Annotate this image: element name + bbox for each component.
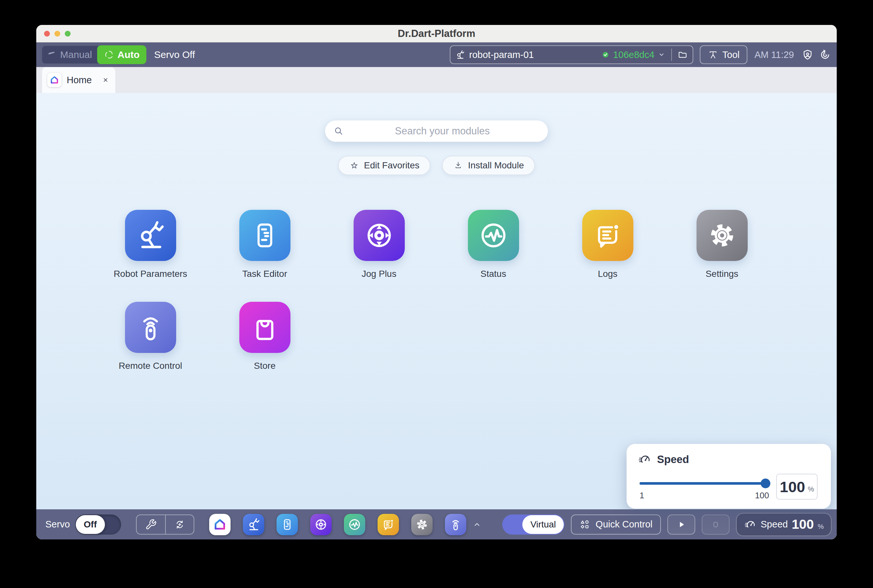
speed-value-box[interactable]: 100 % [776, 474, 818, 500]
speed-slider-handle[interactable] [760, 478, 770, 488]
speed-slider[interactable] [639, 478, 769, 489]
module-robot-parameters[interactable]: Robot Parameters [93, 210, 208, 279]
window-title: Dr.Dart-Platform [398, 28, 475, 39]
task-document-icon [280, 517, 295, 532]
remote-icon [448, 517, 463, 532]
minimize-window-button[interactable] [54, 31, 60, 37]
servo-toggle-knob[interactable]: Off [76, 515, 105, 534]
workcell-setup-button[interactable] [136, 515, 165, 534]
tool-button-label: Tool [722, 50, 740, 60]
edit-favorites-button[interactable]: Edit Favorites [338, 156, 430, 175]
robot-selector[interactable]: robot-param-01 106e8dc4 [450, 45, 693, 64]
mode-auto-button[interactable]: Auto [97, 45, 146, 64]
tab-home[interactable]: Home [42, 67, 115, 93]
module-status[interactable]: Status [436, 210, 550, 279]
module-search-bar [325, 120, 548, 142]
play-button[interactable] [668, 514, 695, 535]
refresh-plus-icon [174, 519, 186, 530]
module-label: Store [254, 361, 276, 371]
module-label: Jog Plus [362, 269, 396, 279]
speed-value: 100 [780, 478, 805, 496]
robot-arm-icon [125, 210, 176, 261]
stop-button[interactable] [702, 514, 729, 535]
dock-task-editor[interactable] [276, 514, 298, 535]
user-shield-icon[interactable] [801, 48, 814, 61]
speedometer-icon [744, 518, 757, 531]
tool-button[interactable]: Tool [700, 45, 747, 64]
module-remote-control[interactable]: Remote Control [93, 302, 208, 371]
dock-settings[interactable] [411, 514, 433, 535]
toolbar-right: robot-param-01 106e8dc4 Tool AM 11:29 [450, 45, 831, 64]
close-window-button[interactable] [44, 31, 50, 37]
speed-panel-header: Speed [638, 452, 689, 466]
remote-icon [125, 302, 176, 353]
clock-text: AM 11:29 [754, 50, 794, 60]
bottom-bar-right: Virtual Quick Control Speed 100 % [502, 513, 831, 536]
dock-remote-control[interactable] [445, 514, 466, 535]
module-logs[interactable]: Logs [550, 210, 665, 279]
search-input[interactable] [345, 125, 540, 137]
wrench-icon [145, 519, 157, 530]
search-icon [333, 125, 345, 137]
action-row: Edit Favorites Install Module [36, 156, 837, 175]
folder-icon[interactable] [677, 49, 688, 60]
dock-robot-parameters[interactable] [243, 514, 264, 535]
tab-bar: Home [36, 67, 837, 93]
dock-status[interactable] [344, 514, 365, 535]
servo-toggle[interactable]: Off [75, 514, 121, 535]
speed-slider-track[interactable] [639, 482, 769, 485]
check-circle-icon [600, 49, 611, 60]
speed-panel-title: Speed [657, 453, 689, 466]
auto-swirl-icon [104, 50, 114, 60]
chevron-down-icon[interactable] [657, 50, 666, 59]
close-icon[interactable] [101, 75, 110, 84]
module-label: Settings [706, 269, 738, 279]
module-jog-plus[interactable]: Jog Plus [322, 210, 436, 279]
robot-tool-group [136, 514, 194, 535]
dock-jog-plus[interactable] [310, 514, 332, 535]
recovery-timer-icon[interactable] [819, 48, 831, 61]
chevron-up-icon[interactable] [471, 519, 483, 530]
module-label: Robot Parameters [114, 269, 187, 279]
traffic-lights [44, 25, 70, 42]
home-icon [49, 75, 60, 85]
module-task-editor[interactable]: Task Editor [208, 210, 322, 279]
pulse-icon [347, 517, 362, 532]
speed-indicator-chip[interactable]: Speed 100 % [736, 513, 831, 536]
virtual-real-toggle[interactable]: Virtual [502, 514, 564, 535]
mode-segmented-control: Manual Auto [42, 45, 146, 64]
install-module-button[interactable]: Install Module [442, 156, 535, 175]
install-module-label: Install Module [468, 160, 524, 171]
manual-hand-icon [46, 50, 57, 60]
quick-control-label: Quick Control [596, 519, 652, 530]
virtual-toggle-knob[interactable]: Virtual [522, 515, 564, 534]
pulse-icon [468, 210, 519, 261]
download-icon [453, 160, 464, 171]
mode-manual-button[interactable]: Manual [42, 45, 97, 64]
stop-icon [711, 520, 720, 530]
mode-auto-label: Auto [117, 49, 140, 60]
chat-log-icon [582, 210, 633, 261]
servo-status-text: Servo Off [154, 49, 195, 60]
update-robot-button[interactable] [165, 515, 194, 534]
quick-control-button[interactable]: Quick Control [571, 514, 661, 535]
chip-speed-label: Speed [760, 519, 788, 530]
chat-log-icon [381, 517, 396, 532]
speed-unit: % [808, 485, 814, 494]
dock-logs[interactable] [378, 514, 399, 535]
module-grid-row-2: Remote Control Store [93, 302, 322, 371]
play-icon [676, 519, 687, 530]
gear-icon [696, 210, 748, 261]
titlebar: Dr.Dart-Platform [36, 25, 837, 42]
module-label: Status [480, 269, 506, 279]
gear-icon [414, 517, 429, 532]
module-store[interactable]: Store [208, 302, 322, 371]
module-settings[interactable]: Settings [665, 210, 779, 279]
speed-panel: Speed 1 100 100 % [627, 444, 831, 508]
zoom-window-button[interactable] [65, 31, 70, 37]
module-label: Task Editor [242, 269, 287, 279]
shopping-bag-icon [239, 302, 291, 353]
dock-home[interactable] [209, 514, 231, 535]
divider [671, 49, 672, 61]
chip-speed-unit: % [818, 523, 824, 530]
